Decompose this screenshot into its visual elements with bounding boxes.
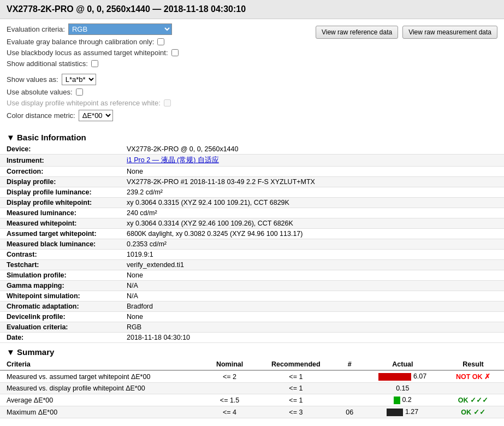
summary-hash [336, 370, 363, 383]
view-raw-measurement-button[interactable]: View raw measurement data [402, 26, 497, 39]
summary-table: Criteria Nominal Recommended # Actual Re… [0, 359, 504, 418]
left-controls-panel: Evaluation criteria: RGB Evaluate gray b… [7, 23, 316, 124]
info-value: None [120, 312, 504, 322]
info-value: 240 cd/m² [120, 208, 504, 218]
col-hash: # [336, 359, 363, 370]
table-row: Display profile luminance:239.2 cd/m² [0, 187, 504, 198]
summary-actual: 1.27 [363, 406, 442, 418]
info-label: Contrast: [0, 250, 120, 260]
summary-recommended: <= 1 [256, 370, 336, 383]
table-row: Devicelink profile:None [0, 312, 504, 322]
actual-green-bar [394, 397, 400, 404]
summary-criteria: Maximum ΔE*00 [0, 406, 204, 418]
info-value: xy 0.3064 0.3315 (XYZ 92.4 100 109.21), … [120, 198, 504, 208]
summary-actual: 0.15 [363, 383, 442, 394]
table-row: Whitepoint simulation:N/A [0, 291, 504, 301]
info-value: None [120, 167, 504, 177]
evaluate-gray-checkbox[interactable] [157, 38, 164, 45]
summary-title: ▼ Summary [0, 343, 504, 359]
summary-hash: 06 [336, 406, 363, 418]
table-row: Measured whitepoint:xy 0.3064 0.3314 (XY… [0, 218, 504, 229]
table-row: Evaluation criteria:RGB [0, 322, 504, 333]
info-value: 0.2353 cd/m² [120, 239, 504, 250]
summary-recommended: <= 1 [256, 394, 336, 406]
view-raw-reference-button[interactable]: View raw reference data [316, 26, 398, 39]
col-criteria: Criteria [0, 359, 204, 370]
info-value: N/A [120, 291, 504, 301]
table-row: Gamma mapping:N/A [0, 281, 504, 291]
show-additional-checkbox[interactable] [91, 60, 98, 67]
summary-result: OK ✓✓✓ [442, 394, 504, 406]
info-value-link[interactable]: i1 Pro 2 — 液晶 (常规) 自适应 [127, 156, 219, 164]
use-blackbody-row: Use blackbody locus as assumed target wh… [7, 49, 316, 57]
col-recommended: Recommended [256, 359, 336, 370]
summary-result: OK ✓✓ [442, 406, 504, 418]
evaluation-criteria-select[interactable]: RGB [68, 23, 172, 35]
list-item: Average ΔE*00<= 1.5<= 1 0.2OK ✓✓✓ [0, 394, 504, 406]
show-values-row: Show values as: L*a*b* [7, 74, 316, 85]
info-label: Display profile: [0, 177, 120, 187]
use-absolute-checkbox[interactable] [76, 88, 83, 96]
basic-info-title: ▼ Basic Information [0, 128, 504, 144]
info-label: Testchart: [0, 260, 120, 270]
basic-info-section: ▼ Basic Information Device:VX2778-2K-PRO… [0, 128, 504, 343]
summary-criteria: Measured vs. display profile whitepoint … [0, 383, 204, 394]
summary-criteria: Measured vs. assumed target whitepoint Δ… [0, 370, 204, 383]
table-row: Display profile whitepoint:xy 0.3064 0.3… [0, 198, 504, 208]
summary-result: NOT OK ✗ [442, 370, 504, 383]
color-distance-select[interactable]: ΔE*00 [79, 110, 113, 121]
show-values-select[interactable]: L*a*b* [62, 74, 96, 85]
info-label: Measured whitepoint: [0, 218, 120, 229]
info-label: Simulation profile: [0, 270, 120, 281]
info-label: Display profile luminance: [0, 187, 120, 198]
summary-hash [336, 383, 363, 394]
use-absolute-row: Use absolute values: [7, 88, 316, 96]
evaluation-criteria-row: Evaluation criteria: RGB [7, 23, 316, 35]
col-actual: Actual [363, 359, 442, 370]
info-value: 2018-11-18 04:30:10 [120, 333, 504, 343]
title-text: VX2778-2K-PRO @ 0, 0, 2560x1440 — 2018-1… [7, 4, 246, 14]
summary-recommended: <= 1 [256, 383, 336, 394]
table-row: Contrast:1019.9:1 [0, 250, 504, 260]
info-label: Measured black luminance: [0, 239, 120, 250]
info-value: verify_extended.ti1 [120, 260, 504, 270]
show-values-label: Show values as: [7, 75, 58, 84]
table-row: Testchart:verify_extended.ti1 [0, 260, 504, 270]
color-distance-row: Color distance metric: ΔE*00 [7, 110, 316, 121]
info-value: 1019.9:1 [120, 250, 504, 260]
info-label: Display profile whitepoint: [0, 198, 120, 208]
use-absolute-label: Use absolute values: [7, 88, 73, 96]
table-row: Simulation profile:None [0, 270, 504, 281]
info-label: Whitepoint simulation: [0, 291, 120, 301]
info-label: Date: [0, 333, 120, 343]
list-item: Measured vs. display profile whitepoint … [0, 383, 504, 394]
info-label: Assumed target whitepoint: [0, 229, 120, 239]
summary-nominal [204, 383, 256, 394]
list-item: Maximum ΔE*00<= 4<= 306 1.27OK ✓✓ [0, 406, 504, 418]
use-blackbody-checkbox[interactable] [171, 49, 179, 56]
info-label: Chromatic adaptation: [0, 301, 120, 312]
table-row: Correction:None [0, 167, 504, 177]
table-row: Date:2018-11-18 04:30:10 [0, 333, 504, 343]
col-nominal: Nominal [204, 359, 256, 370]
actual-red-bar [378, 373, 411, 381]
info-label: Gamma mapping: [0, 281, 120, 291]
summary-header-row: Criteria Nominal Recommended # Actual Re… [0, 359, 504, 370]
evaluate-gray-row: Evaluate gray balance through calibratio… [7, 38, 316, 46]
summary-criteria: Average ΔE*00 [0, 394, 204, 406]
table-row: Measured black luminance:0.2353 cd/m² [0, 239, 504, 250]
summary-nominal: <= 4 [204, 406, 256, 418]
right-buttons-panel: View raw reference data View raw measure… [316, 23, 497, 39]
info-value: VX2778-2K-PRO #1 2018-11-18 03-49 2.2 F-… [120, 177, 504, 187]
info-value: 6800K daylight, xy 0.3082 0.3245 (XYZ 94… [120, 229, 504, 239]
actual-black-bar [387, 409, 403, 416]
info-label: Evaluation criteria: [0, 322, 120, 333]
info-value: xy 0.3064 0.3314 (XYZ 92.46 100 109.26),… [120, 218, 504, 229]
show-additional-label: Show additional statistics: [7, 60, 88, 68]
info-value: 239.2 cd/m² [120, 187, 504, 198]
table-row: Device:VX2778-2K-PRO @ 0, 0, 2560x1440 [0, 144, 504, 155]
info-label: Instrument: [0, 155, 120, 167]
info-value: i1 Pro 2 — 液晶 (常规) 自适应 [120, 155, 504, 167]
info-label: Devicelink profile: [0, 312, 120, 322]
table-row: Chromatic adaptation:Bradford [0, 301, 504, 312]
